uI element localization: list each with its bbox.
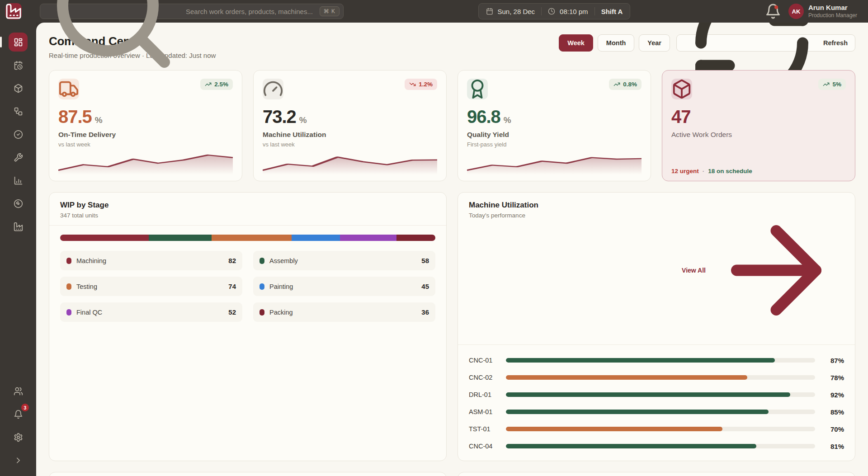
award-icon — [467, 79, 488, 99]
check-circle-icon — [14, 130, 23, 139]
kpi-label: Machine Utilization — [263, 131, 437, 139]
sidebar-item-settings[interactable] — [9, 428, 28, 447]
legend-dot — [66, 258, 71, 264]
app-logo[interactable] — [5, 3, 22, 19]
legend-value: 52 — [228, 308, 236, 316]
legend-value: 82 — [228, 257, 236, 264]
wip-segment-final-qc — [340, 235, 396, 241]
truck-icon — [58, 79, 79, 99]
trend-value: 5% — [832, 81, 841, 88]
user-role: Production Manager — [808, 12, 857, 19]
wip-segment-painting — [292, 235, 340, 241]
users-icon — [14, 386, 23, 396]
refresh-label: Refresh — [823, 39, 848, 47]
sidebar-nav — [9, 33, 28, 236]
utilization-track — [506, 392, 815, 397]
clock-icon — [548, 8, 555, 15]
kpi-value: 96.8% — [467, 107, 642, 127]
main-content: Command Center Real-time production over… — [36, 23, 868, 476]
utilization-fill — [506, 410, 769, 414]
current-date: Sun, 28 Dec — [498, 8, 535, 15]
legend-dot — [259, 309, 264, 316]
wip-legend-item-packing: Packing36 — [253, 302, 435, 322]
machine-name: TST-01 — [469, 425, 502, 433]
sidebar-item-factory[interactable] — [9, 217, 28, 236]
range-month-button[interactable]: Month — [598, 34, 634, 52]
shift-label: Shift A — [601, 8, 623, 15]
kpi-card-quality-yield[interactable]: 0.8%96.8%Quality YieldFirst-pass yield — [458, 70, 651, 181]
user-meta: Arun Kumar Production Manager — [808, 4, 857, 19]
sidebar-item-collapse[interactable] — [9, 451, 28, 470]
divider — [541, 7, 542, 15]
legend-label: Final QC — [76, 309, 102, 316]
kpi-sublabel: vs last week — [263, 141, 437, 148]
on-schedule-count: 18 on schedule — [708, 168, 752, 174]
wip-legend-item-assembly: Assembly58 — [253, 251, 435, 270]
notification-count-badge: 3 — [21, 404, 29, 411]
sidebar-item-dashboard[interactable] — [9, 33, 28, 52]
kpi-card-machine-utilization[interactable]: 1.2%73.2%Machine Utilizationvs last week — [253, 70, 447, 181]
utilization-fill — [506, 444, 756, 448]
current-time: 08:10 pm — [560, 8, 588, 15]
machine-name: CNC-01 — [469, 357, 502, 364]
machine-name: DRL-01 — [469, 391, 502, 398]
machines-view-all-link[interactable]: View All — [682, 203, 844, 338]
kpi-sparkline — [58, 152, 233, 174]
sidebar-item-notifications[interactable]: 3 — [9, 405, 28, 424]
utilization-fill — [506, 358, 775, 363]
trend-down-icon — [409, 81, 416, 88]
top-bar: ⌘ K Sun, 28 Dec 08:10 pm Shift A AK Arun… — [0, 0, 868, 23]
wrench-icon — [14, 153, 23, 162]
kpi-sublabel: vs last week — [58, 141, 233, 148]
sidebar-item-maintenance[interactable] — [9, 148, 28, 167]
kpi-sublabel: First-pass yield — [467, 141, 642, 148]
package-icon — [14, 84, 23, 93]
search-icon — [46, 0, 181, 79]
search-shortcut-badge: ⌘ K — [320, 6, 340, 16]
sidebar-item-products[interactable] — [9, 79, 28, 98]
search-input[interactable] — [186, 8, 320, 15]
trend-value: 2.5% — [214, 81, 228, 88]
utilization-percent: 78% — [823, 374, 844, 382]
legend-value: 58 — [421, 257, 429, 264]
wip-legend-item-painting: Painting45 — [253, 277, 435, 296]
notification-bell-button[interactable] — [765, 3, 781, 19]
machine-row-cnc-04: CNC-0481% — [469, 441, 844, 452]
legend-dot — [66, 283, 71, 290]
global-search[interactable]: ⌘ K — [40, 4, 344, 19]
trend-up-icon — [823, 81, 830, 88]
utilization-track — [506, 358, 815, 363]
kpi-sparkline — [263, 152, 437, 174]
wip-segment-assembly — [149, 235, 212, 241]
utilization-fill — [506, 427, 722, 431]
wip-legend-item-machining: Machining82 — [60, 251, 242, 270]
machine-name: CNC-02 — [469, 374, 502, 381]
sidebar-item-schedule[interactable] — [9, 56, 28, 75]
legend-label: Testing — [76, 283, 97, 290]
sidebar-item-analytics[interactable] — [9, 171, 28, 190]
sidebar-item-quality[interactable] — [9, 125, 28, 144]
calendar-icon — [486, 8, 493, 15]
trend-value: 0.8% — [623, 81, 637, 88]
trend-badge: 1.2% — [405, 79, 437, 90]
refresh-button[interactable]: Refresh — [676, 34, 855, 52]
trend-badge: 0.8% — [609, 79, 642, 90]
kpi-card-active-work-orders[interactable]: 5%47Active Work Orders12 urgent·18 on sc… — [662, 70, 855, 181]
utilization-fill — [506, 392, 790, 397]
sidebar-item-team[interactable] — [9, 382, 28, 401]
sidebar-item-workflow[interactable] — [9, 102, 28, 121]
datetime-pill: Sun, 28 Dec 08:10 pm Shift A — [478, 3, 631, 19]
sidebar-item-monitoring[interactable] — [9, 194, 28, 213]
range-year-button[interactable]: Year — [639, 34, 670, 52]
kpi-card-on-time-delivery[interactable]: 2.5%87.5%On-Time Deliveryvs last week — [49, 70, 242, 181]
wip-legend: Machining82Assembly58Testing74Painting45… — [60, 251, 435, 322]
kpi-row: 2.5%87.5%On-Time Deliveryvs last week1.2… — [49, 70, 855, 181]
wip-subtitle: 347 total units — [60, 212, 108, 219]
urgent-count: 12 urgent — [671, 168, 699, 174]
legend-dot — [66, 309, 71, 316]
wip-segment-packing — [396, 235, 435, 241]
gauge-icon — [263, 79, 283, 99]
kpi-value: 73.2% — [263, 107, 437, 127]
range-week-button[interactable]: Week — [559, 34, 593, 52]
user-avatar[interactable]: AK — [788, 4, 804, 19]
